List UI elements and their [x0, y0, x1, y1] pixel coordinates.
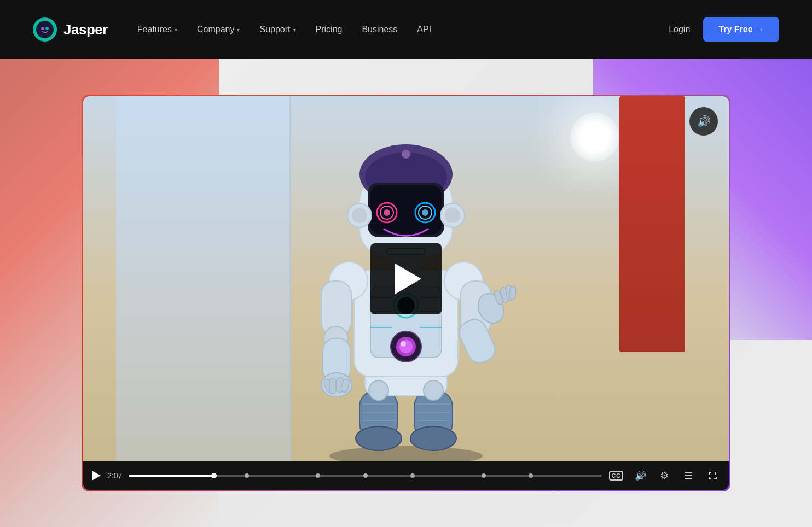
video-progress-fill	[129, 475, 214, 477]
svg-point-1	[36, 21, 54, 38]
volume-icon: 🔊	[635, 470, 646, 482]
window-light	[116, 96, 291, 461]
captions-button[interactable]: CC	[608, 468, 624, 483]
chapter-marker-1	[245, 473, 249, 478]
nav-item-api[interactable]: API	[409, 20, 439, 39]
chevron-down-icon: ▾	[293, 27, 296, 33]
play-icon	[395, 264, 421, 294]
svg-point-60	[445, 208, 460, 223]
lamp-light	[570, 113, 619, 162]
ctrl-play-button[interactable]	[92, 471, 101, 481]
video-timestamp: 2:07	[107, 471, 122, 480]
fullscreen-button[interactable]	[705, 468, 720, 483]
brand-name: Jasper	[63, 21, 108, 38]
video-container: 🔊 2:07	[83, 96, 729, 490]
svg-point-21	[401, 341, 406, 347]
logo-link[interactable]: Jasper	[33, 17, 108, 42]
nav-item-pricing[interactable]: Pricing	[308, 20, 350, 39]
chapters-icon: ☰	[684, 470, 693, 482]
nav-left: Jasper Features ▾ Company ▾ Support ▾ Pr…	[33, 17, 439, 42]
svg-point-61	[402, 150, 410, 159]
chevron-down-icon: ▾	[175, 27, 177, 33]
cc-icon: CC	[609, 471, 624, 481]
video-ctrl-icons: CC 🔊 ⚙ ☰	[608, 468, 720, 483]
volume-button[interactable]: 🔊	[633, 468, 648, 483]
chapters-button[interactable]: ☰	[681, 468, 696, 483]
chapter-marker-6	[529, 473, 533, 478]
svg-point-7	[356, 426, 402, 450]
svg-point-4	[329, 446, 483, 461]
video-progress-bar[interactable]	[129, 475, 602, 477]
fullscreen-icon	[707, 471, 717, 481]
video-border: 🔊 2:07	[82, 95, 730, 491]
video-wrapper: 🔊 2:07	[83, 96, 729, 490]
red-object	[619, 96, 685, 352]
nav-item-features[interactable]: Features ▾	[130, 20, 185, 39]
navbar: Jasper Features ▾ Company ▾ Support ▾ Pr…	[0, 0, 812, 59]
svg-point-64	[424, 380, 443, 400]
svg-point-63	[369, 380, 388, 400]
play-button-overlay[interactable]	[370, 243, 442, 314]
svg-rect-31	[329, 378, 336, 394]
chapter-marker-3	[363, 473, 368, 478]
ctrl-play-icon	[92, 471, 101, 481]
settings-button[interactable]: ⚙	[657, 468, 672, 483]
nav-item-company[interactable]: Company ▾	[189, 20, 247, 39]
nav-right: Login Try Free →	[669, 17, 779, 42]
chevron-down-icon: ▾	[237, 27, 240, 33]
chapter-marker-4	[410, 473, 415, 478]
video-controls: 2:07	[83, 461, 729, 490]
sound-icon: 🔊	[697, 115, 711, 128]
svg-point-8	[410, 426, 456, 450]
chapter-marker-5	[482, 473, 486, 478]
nav-item-support[interactable]: Support ▾	[252, 20, 303, 39]
settings-icon: ⚙	[660, 470, 669, 482]
svg-point-52	[384, 209, 390, 216]
login-button[interactable]: Login	[669, 25, 690, 34]
nav-links: Features ▾ Company ▾ Support ▾ Pricing B…	[130, 20, 439, 39]
progress-thumb	[211, 473, 217, 478]
svg-point-2	[41, 27, 44, 30]
video-scene: 🔊	[83, 96, 729, 461]
nav-item-business[interactable]: Business	[354, 20, 405, 39]
svg-rect-42	[509, 286, 516, 300]
sound-button[interactable]: 🔊	[689, 107, 718, 136]
svg-point-58	[352, 208, 367, 223]
jasper-logo-icon	[33, 17, 57, 42]
chapter-marker-2	[316, 473, 320, 478]
svg-point-56	[422, 209, 428, 216]
svg-point-3	[45, 27, 49, 30]
try-free-button[interactable]: Try Free →	[703, 17, 779, 42]
main-content: 🔊 2:07	[0, 59, 812, 527]
